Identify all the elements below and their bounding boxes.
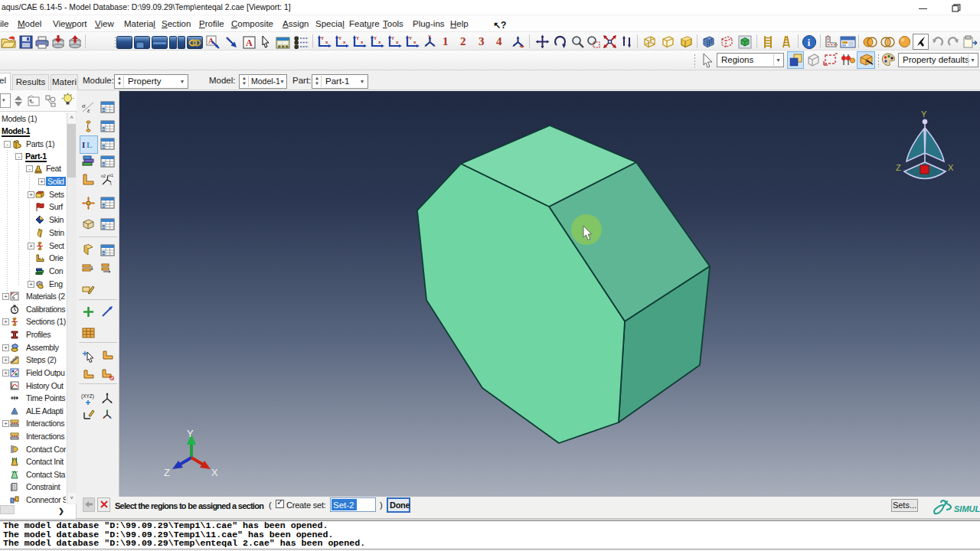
svg-text:Y: Y <box>374 36 377 41</box>
svg-text:Y: Y <box>391 36 394 41</box>
svg-text:X: X <box>211 467 218 478</box>
svg-text:Y: Y <box>409 36 412 41</box>
svg-text:n2: n2 <box>101 174 106 178</box>
svg-text:Y: Y <box>428 34 431 39</box>
svg-text:x: x <box>361 40 364 44</box>
svg-text:Y: Y <box>338 36 341 41</box>
svg-text:Y: Y <box>187 428 194 439</box>
svg-text:x: x <box>396 40 399 44</box>
svg-text:A: A <box>208 37 214 45</box>
svg-text:Y: Y <box>321 36 324 41</box>
svg-text:I: I <box>82 140 85 149</box>
svg-text:(XYZ): (XYZ) <box>81 393 94 399</box>
svg-text:x: x <box>413 40 416 44</box>
svg-text:Z: Z <box>164 467 170 478</box>
svg-text:i: i <box>808 37 811 48</box>
svg-text:t: t <box>110 181 112 186</box>
svg-text:Z: Z <box>896 163 901 172</box>
svg-text:Y: Y <box>921 109 927 119</box>
svg-text:x: x <box>343 40 346 44</box>
svg-text:σ: σ <box>82 102 86 109</box>
svg-text:Y: Y <box>356 36 359 41</box>
svg-text:x: x <box>378 40 381 44</box>
svg-text:L: L <box>87 140 92 149</box>
svg-text:X: X <box>948 163 954 172</box>
svg-text:A: A <box>246 37 253 48</box>
svg-text:SIMUL: SIMUL <box>954 504 980 514</box>
svg-text:x: x <box>325 40 328 44</box>
svg-text:n1: n1 <box>109 173 113 178</box>
